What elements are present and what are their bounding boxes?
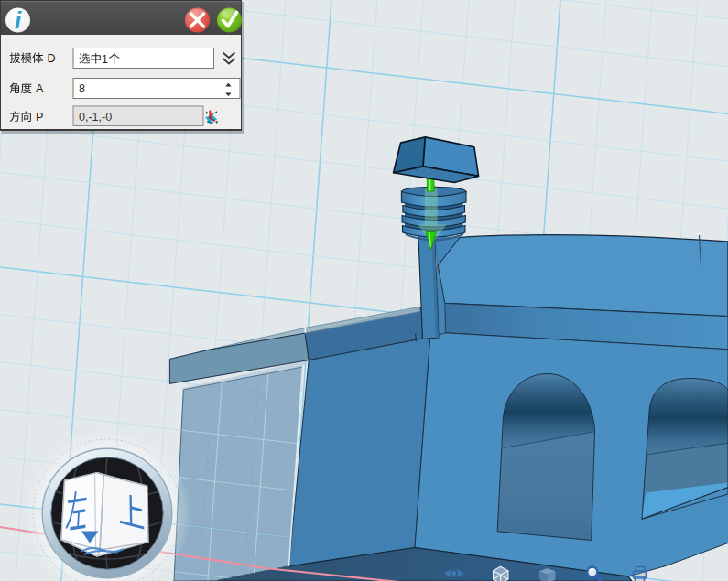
svg-text:D: D: [48, 52, 56, 65]
svg-text:8: 8: [79, 82, 85, 95]
svg-text:P: P: [36, 111, 43, 124]
svg-text:A: A: [36, 82, 44, 95]
svg-text:1: 1: [102, 53, 108, 66]
svg-text:i: i: [15, 6, 22, 34]
svg-text:0,-1,-0: 0,-1,-0: [79, 111, 112, 124]
